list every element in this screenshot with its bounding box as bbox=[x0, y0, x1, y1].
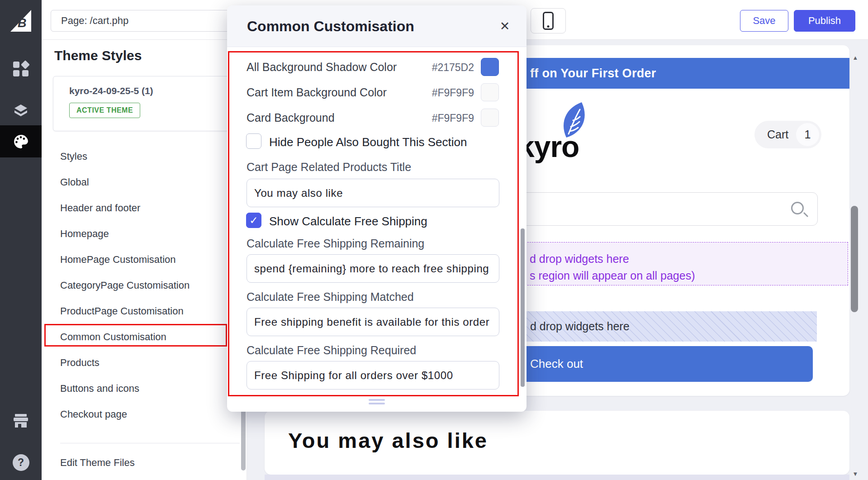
promo-banner-text: ff on Your First Order bbox=[530, 58, 656, 89]
phone-icon bbox=[543, 12, 554, 30]
scroll-up-arrow-icon[interactable]: ▲ bbox=[852, 54, 859, 61]
modal-resize-handle[interactable] bbox=[369, 399, 385, 401]
next-section-strip bbox=[265, 475, 849, 480]
color-field-label: Card Background bbox=[247, 111, 335, 124]
color-swatch-card-bg[interactable] bbox=[481, 109, 499, 127]
free-shipping-matched-input[interactable] bbox=[247, 308, 499, 336]
show-calculate-free-shipping-checkbox[interactable]: ✓ bbox=[246, 213, 261, 228]
common-customisation-modal: Common Customisation ✕ All Background Sh… bbox=[227, 5, 526, 412]
color-field-label: All Background Shadow Color bbox=[247, 61, 397, 74]
widgets-nav-icon[interactable] bbox=[0, 54, 42, 83]
field-label: Calculate Free Shipping Matched bbox=[247, 290, 414, 304]
color-field-label: Cart Item Background Color bbox=[247, 86, 387, 99]
color-hex-value: #F9F9F9 bbox=[432, 112, 474, 124]
theme-panel-item[interactable]: Homepage bbox=[60, 221, 223, 247]
theme-styles-nav-icon-active[interactable] bbox=[0, 125, 42, 157]
field-label: Cart Page Related Products Title bbox=[247, 161, 411, 174]
storefront-nav-icon[interactable] bbox=[0, 406, 42, 435]
modal-scrollbar-thumb[interactable] bbox=[521, 228, 525, 387]
widget-region-text-line1: d drop widgets here bbox=[530, 252, 629, 266]
app-icon-rail: B ? bbox=[0, 0, 42, 480]
theme-panel-item[interactable]: Styles bbox=[60, 143, 223, 169]
scroll-down-arrow-icon[interactable]: ▼ bbox=[852, 470, 859, 477]
layers-nav-icon[interactable] bbox=[0, 96, 42, 125]
modal-header: Common Customisation ✕ bbox=[227, 5, 526, 47]
color-swatch-shadow[interactable] bbox=[481, 58, 499, 76]
color-hex-value: #2175D2 bbox=[432, 62, 474, 74]
active-theme-card: kyro-24-09-25-5 (1) ACTIVE THEME bbox=[53, 76, 237, 131]
edit-theme-files-link[interactable]: Edit Theme Files bbox=[60, 452, 135, 473]
cart-label: Cart bbox=[767, 128, 788, 141]
page-selector-dropdown[interactable]: Page: /cart.php bbox=[51, 10, 244, 32]
theme-panel-item[interactable]: Checkout page bbox=[60, 401, 223, 427]
theme-panel-list: StylesGlobalHeader and footerHomepageHom… bbox=[60, 143, 223, 427]
color-swatch-cart-item[interactable] bbox=[481, 83, 499, 101]
color-hex-value: #F9F9F9 bbox=[432, 87, 474, 99]
related-products-card: You may also like bbox=[265, 411, 849, 475]
theme-panel-item[interactable]: ProductPage Customisation bbox=[60, 298, 223, 324]
save-button[interactable]: Save bbox=[740, 10, 788, 32]
theme-name: kyro-24-09-25-5 (1) bbox=[69, 86, 153, 96]
theme-panel-item[interactable]: Header and footer bbox=[60, 195, 223, 221]
cart-button[interactable]: Cart 1 bbox=[754, 121, 821, 148]
checkbox-label: Hide People Also Bought This Section bbox=[269, 135, 467, 149]
preview-scrollbar-thumb[interactable] bbox=[851, 206, 858, 312]
theme-styles-panel: Theme Styles kyro-24-09-25-5 (1) ACTIVE … bbox=[42, 40, 247, 480]
hatch-region-text: d drop widgets here bbox=[530, 311, 630, 342]
related-products-heading: You may also like bbox=[288, 428, 488, 453]
publish-button[interactable]: Publish bbox=[794, 10, 855, 32]
free-shipping-remaining-input[interactable] bbox=[247, 254, 499, 283]
free-shipping-required-input[interactable] bbox=[247, 361, 499, 390]
theme-panel-item[interactable]: Buttons and icons bbox=[60, 375, 223, 401]
cart-count-badge: 1 bbox=[796, 123, 819, 146]
field-label: Calculate Free Shipping Remaining bbox=[247, 237, 424, 250]
related-products-title-input[interactable] bbox=[247, 179, 499, 207]
search-icon[interactable] bbox=[791, 202, 804, 214]
theme-panel-item[interactable]: Common Customisation bbox=[60, 324, 223, 350]
checkbox-label: Show Calculate Free Shipping bbox=[269, 214, 427, 228]
brand-wordmark[interactable]: kyro bbox=[518, 129, 579, 164]
modal-resize-handle[interactable] bbox=[369, 403, 385, 404]
hide-people-also-bought-checkbox[interactable] bbox=[246, 133, 261, 149]
modal-title: Common Customisation bbox=[247, 5, 414, 47]
help-icon[interactable]: ? bbox=[0, 448, 42, 477]
field-label: Calculate Free Shipping Required bbox=[247, 344, 416, 357]
close-icon[interactable]: ✕ bbox=[496, 17, 514, 35]
theme-panel-item[interactable]: CategoryPage Customisation bbox=[60, 272, 223, 298]
active-theme-badge: ACTIVE THEME bbox=[69, 103, 140, 118]
theme-panel-item[interactable]: Products bbox=[60, 350, 223, 375]
widget-region-text-line2: s region will appear on all pages) bbox=[530, 269, 695, 282]
bigcommerce-logo[interactable]: B bbox=[0, 4, 42, 38]
mobile-preview-button[interactable] bbox=[531, 8, 566, 33]
theme-panel-item[interactable]: Global bbox=[60, 169, 223, 195]
panel-heading: Theme Styles bbox=[54, 48, 142, 63]
panel-divider bbox=[60, 443, 240, 443]
checkout-button-label: Check out bbox=[530, 346, 583, 382]
theme-panel-item[interactable]: HomePage Customisation bbox=[60, 247, 223, 272]
